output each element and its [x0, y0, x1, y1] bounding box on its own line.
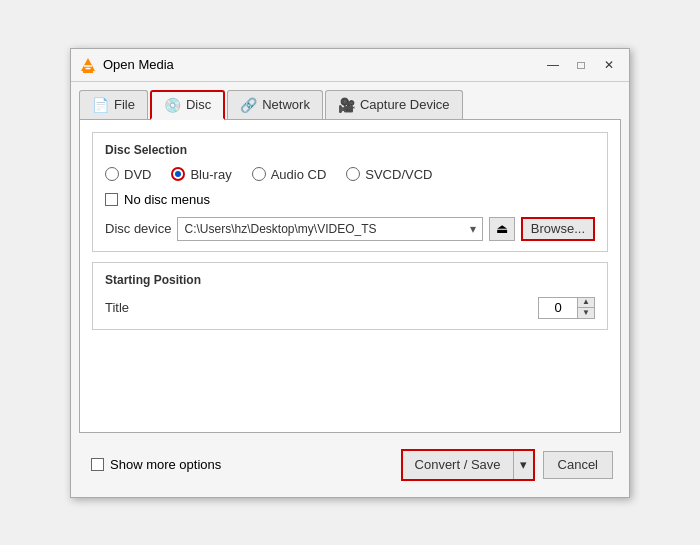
network-icon: 🔗 [240, 97, 257, 113]
tab-capture-label: Capture Device [360, 97, 450, 112]
disc-device-input[interactable]: C:\Users\hz\Desktop\my\VIDEO_TS ▾ [177, 217, 482, 241]
audiocd-radio[interactable]: Audio CD [252, 167, 327, 182]
svcd-label: SVCD/VCD [365, 167, 432, 182]
no-disc-menus-checkbox[interactable] [105, 193, 118, 206]
audiocd-radio-circle [252, 167, 266, 181]
vlc-icon [79, 56, 97, 74]
tab-file[interactable]: 📄 File [79, 90, 148, 119]
bluray-radio[interactable]: Blu-ray [171, 167, 231, 182]
title-spinner: ▲ ▼ [538, 297, 595, 319]
bluray-label: Blu-ray [190, 167, 231, 182]
disc-type-group: DVD Blu-ray Audio CD SVCD/VCD [105, 167, 595, 182]
show-more-options-label: Show more options [110, 457, 221, 472]
bluray-radio-circle [171, 167, 185, 181]
tab-disc[interactable]: 💿 Disc [150, 90, 225, 120]
bottom-bar: Show more options Convert / Save ▾ Cance… [79, 441, 621, 489]
titlebar-buttons: — □ ✕ [541, 55, 621, 75]
cancel-button[interactable]: Cancel [543, 451, 613, 479]
dropdown-arrow-icon: ▾ [470, 222, 476, 236]
titlebar: Open Media — □ ✕ [71, 49, 629, 82]
tab-capture[interactable]: 🎥 Capture Device [325, 90, 463, 119]
spinner-up-button[interactable]: ▲ [578, 298, 594, 308]
starting-position-title: Starting Position [105, 273, 595, 287]
file-icon: 📄 [92, 97, 109, 113]
convert-save-group: Convert / Save ▾ [401, 449, 535, 481]
disc-device-label: Disc device [105, 221, 171, 236]
empty-space [92, 340, 608, 420]
dvd-label: DVD [124, 167, 151, 182]
disc-selection-section: Disc Selection DVD Blu-ray Audio CD SV [92, 132, 608, 252]
window-title: Open Media [103, 57, 541, 72]
svcd-radio[interactable]: SVCD/VCD [346, 167, 432, 182]
dvd-radio[interactable]: DVD [105, 167, 151, 182]
show-more-options-row[interactable]: Show more options [91, 457, 221, 472]
disc-icon: 💿 [164, 97, 181, 113]
minimize-button[interactable]: — [541, 55, 565, 75]
tab-network[interactable]: 🔗 Network [227, 90, 323, 119]
no-disc-menus-label: No disc menus [124, 192, 210, 207]
browse-button[interactable]: Browse... [521, 217, 595, 241]
no-disc-menus-row[interactable]: No disc menus [105, 192, 595, 207]
show-more-options-checkbox[interactable] [91, 458, 104, 471]
convert-save-dropdown-button[interactable]: ▾ [514, 451, 533, 479]
content-area: Disc Selection DVD Blu-ray Audio CD SV [79, 119, 621, 433]
convert-save-button[interactable]: Convert / Save [403, 451, 514, 479]
tab-bar: 📄 File 💿 Disc 🔗 Network 🎥 Capture Device [71, 82, 629, 119]
tab-network-label: Network [262, 97, 310, 112]
disc-device-value: C:\Users\hz\Desktop\my\VIDEO_TS [184, 222, 376, 236]
audiocd-label: Audio CD [271, 167, 327, 182]
bottom-buttons: Convert / Save ▾ Cancel [401, 449, 613, 481]
eject-icon: ⏏ [496, 221, 508, 236]
title-label: Title [105, 300, 129, 315]
eject-button[interactable]: ⏏ [489, 217, 515, 241]
spinner-down-button[interactable]: ▼ [578, 308, 594, 318]
tab-file-label: File [114, 97, 135, 112]
disc-device-row: Disc device C:\Users\hz\Desktop\my\VIDEO… [105, 217, 595, 241]
maximize-button[interactable]: □ [569, 55, 593, 75]
starting-position-section: Starting Position Title ▲ ▼ [92, 262, 608, 330]
title-spinner-input[interactable] [538, 297, 578, 319]
capture-icon: 🎥 [338, 97, 355, 113]
svcd-radio-circle [346, 167, 360, 181]
svg-rect-1 [83, 71, 93, 73]
disc-selection-title: Disc Selection [105, 143, 595, 157]
tab-disc-label: Disc [186, 97, 211, 112]
dvd-radio-circle [105, 167, 119, 181]
main-window: Open Media — □ ✕ 📄 File 💿 Disc 🔗 Network… [70, 48, 630, 498]
spinner-buttons: ▲ ▼ [578, 297, 595, 319]
title-row: Title ▲ ▼ [105, 297, 595, 319]
convert-save-dropdown-icon: ▾ [520, 457, 527, 472]
close-button[interactable]: ✕ [597, 55, 621, 75]
